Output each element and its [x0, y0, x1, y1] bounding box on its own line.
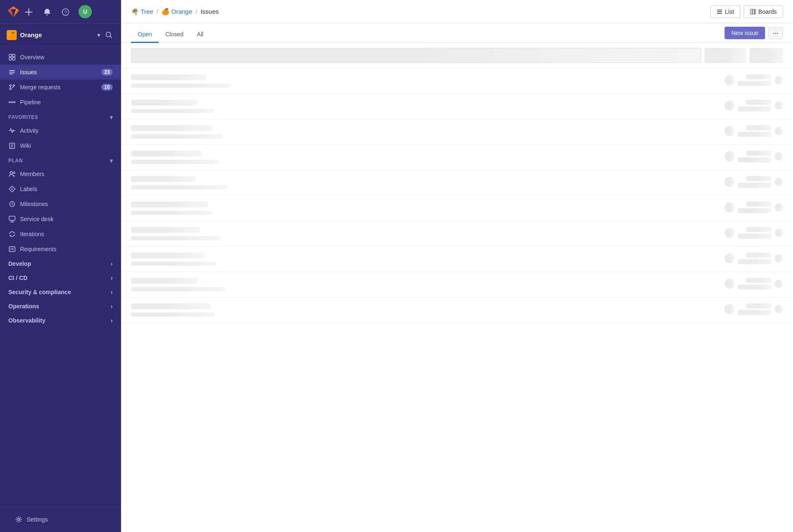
issue-avatar-skeleton [725, 177, 735, 187]
sidebar-item-overview[interactable]: Overview [0, 50, 121, 65]
help-button[interactable]: ? [60, 6, 71, 18]
gitlab-logo-icon[interactable] [7, 5, 20, 18]
topbar-actions: List Boards [710, 5, 783, 18]
sidebar-item-activity[interactable]: Activity [0, 123, 121, 138]
sidebar-item-pipeline-label: Pipeline [20, 99, 41, 106]
svg-rect-9 [9, 72, 15, 73]
favorites-section-header[interactable]: Favorites ▾ [0, 110, 121, 123]
plan-section-header[interactable]: Plan ▾ [0, 153, 121, 166]
issue-avatar-skeleton [725, 304, 735, 314]
sidebar-item-milestones[interactable]: Milestones [0, 197, 121, 212]
issue-avatar-skeleton [725, 279, 735, 289]
issue-row-9 [121, 298, 793, 323]
issue-row-5 [121, 196, 793, 221]
sidebar-item-activity-label: Activity [20, 127, 38, 134]
filter-button[interactable] [705, 48, 746, 63]
issue-meta-skeleton-1 [746, 74, 771, 79]
svg-point-14 [9, 102, 10, 103]
requirements-icon [8, 245, 16, 253]
tab-open[interactable]: Open [131, 27, 159, 43]
issue-title-skeleton [131, 176, 196, 182]
sidebar-item-service-desk-label: Service desk [20, 216, 53, 222]
issue-avatar-skeleton [725, 75, 735, 85]
sidebar-item-members[interactable]: Members [0, 166, 121, 182]
issue-more-skeleton [775, 127, 783, 135]
issue-subtitle-skeleton [131, 313, 215, 317]
ci-cd-label: CI / CD [8, 275, 28, 281]
tab-closed[interactable]: Closed [159, 27, 190, 43]
sidebar-item-wiki[interactable]: Wiki [0, 138, 121, 153]
svg-rect-8 [9, 70, 15, 71]
svg-rect-32 [717, 10, 722, 10]
issue-row-right-7 [725, 252, 783, 264]
breadcrumb: 🌴 Tree / 🍊 Orange / Issues [131, 8, 710, 15]
boards-view-button[interactable]: Boards [744, 5, 783, 18]
issue-subtitle-skeleton [131, 185, 227, 189]
issue-row-content-2 [131, 125, 720, 139]
svg-point-24 [13, 172, 15, 174]
sidebar-item-security-compliance[interactable]: Security & compliance › [0, 285, 121, 299]
favorites-toggle-icon: ▾ [110, 114, 113, 121]
develop-expand-icon: › [111, 260, 113, 267]
sidebar-item-pipeline[interactable]: Pipeline [0, 95, 121, 110]
issue-title-skeleton [131, 252, 204, 258]
tab-all[interactable]: All [190, 27, 210, 43]
search-filter-input[interactable] [131, 48, 701, 63]
sidebar-item-operations[interactable]: Operations › [0, 299, 121, 313]
breadcrumb-tree-link[interactable]: 🌴 Tree [131, 8, 153, 15]
svg-point-23 [10, 171, 13, 174]
sidebar-item-service-desk[interactable]: Service desk [0, 212, 121, 227]
issue-meta-skeleton-2 [738, 81, 771, 86]
issue-row-right-6 [725, 227, 783, 239]
issue-row-right-1 [725, 100, 783, 111]
svg-rect-6 [9, 58, 12, 60]
sidebar-item-iterations[interactable]: Iterations [0, 227, 121, 242]
sidebar-item-issues[interactable]: Issues 23 [0, 65, 121, 80]
user-avatar[interactable]: U [78, 5, 92, 18]
issue-meta-skeleton-1 [746, 151, 771, 156]
favorites-label: Favorites [8, 114, 38, 120]
issue-row-0 [121, 68, 793, 94]
issue-row-4 [121, 170, 793, 196]
issue-subtitle-skeleton [131, 262, 217, 266]
sidebar-item-settings[interactable]: Settings [7, 512, 114, 527]
issue-row-content-4 [131, 176, 720, 189]
new-issue-button[interactable]: New issue [725, 27, 765, 39]
topbar: 🌴 Tree / 🍊 Orange / Issues List Boards [121, 0, 793, 23]
operations-label: Operations [8, 303, 39, 310]
sort-button[interactable] [750, 48, 783, 63]
new-item-button[interactable] [23, 6, 34, 18]
actions-button[interactable]: ⋯ [768, 27, 783, 39]
list-view-button[interactable]: List [710, 5, 740, 18]
sidebar-search-button[interactable] [104, 29, 114, 41]
issue-meta-skeleton-2 [738, 310, 771, 315]
breadcrumb-project-link[interactable]: 🍊 Orange [162, 8, 192, 15]
sidebar-item-merge-requests[interactable]: Merge requests 10 [0, 80, 121, 95]
issue-subtitle-skeleton [131, 83, 231, 88]
svg-rect-37 [755, 9, 755, 14]
svg-line-3 [110, 36, 112, 38]
sidebar-item-requirements[interactable]: Requirements [0, 242, 121, 257]
sidebar-item-labels[interactable]: Labels [0, 182, 121, 197]
issue-more-skeleton [775, 203, 783, 212]
sidebar-item-develop[interactable]: Develop › [0, 257, 121, 271]
notifications-button[interactable] [42, 6, 53, 18]
sidebar-item-observability[interactable]: Observability › [0, 313, 121, 328]
issue-meta-skeleton-2 [738, 259, 771, 264]
issue-avatar-skeleton [725, 202, 735, 212]
ci-cd-expand-icon: › [111, 275, 113, 281]
svg-rect-36 [753, 9, 754, 14]
issues-list [121, 68, 793, 323]
sidebar-item-requirements-label: Requirements [20, 246, 56, 252]
issue-row-right-2 [725, 125, 783, 137]
svg-point-25 [12, 189, 13, 190]
issue-more-skeleton [775, 305, 783, 313]
sidebar-item-ci-cd[interactable]: CI / CD › [0, 271, 121, 285]
issue-more-skeleton [775, 229, 783, 237]
sidebar-item-wiki-label: Wiki [20, 142, 31, 149]
issue-row-content-6 [131, 227, 720, 240]
project-selector[interactable]: 🍊 Orange ▾ [0, 24, 121, 46]
activity-icon [8, 127, 16, 134]
sidebar-item-merge-requests-label: Merge requests [20, 84, 61, 91]
issue-row-content-9 [131, 303, 720, 317]
